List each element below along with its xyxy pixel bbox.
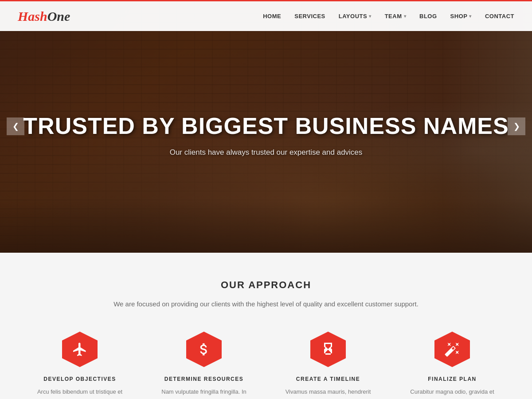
nav-team[interactable]: TEAM ▾ (385, 13, 406, 20)
money-icon (186, 332, 222, 367)
hero-content: TRUSTED BY BIGGEST BUSINESS NAMES Our cl… (0, 18, 532, 253)
determine-resources-icon-wrap (186, 332, 222, 367)
nav-shop[interactable]: SHOP ▾ (450, 13, 472, 20)
hero-subtitle: Our clients have always trusted our expe… (170, 148, 363, 157)
finalize-plan-title: FINALIZE PLAN (399, 376, 505, 382)
hourglass-icon (310, 332, 346, 367)
layouts-chevron-icon: ▾ (369, 14, 372, 19)
feature-create-timeline: CREATE A TIMELINE Vivamus massa mauris, … (266, 332, 390, 397)
determine-resources-title: DETERMINE RESOURCES (151, 376, 257, 382)
create-timeline-title: CREATE A TIMELINE (275, 376, 381, 382)
hero-section: ❮ ❯ TRUSTED BY BIGGEST BUSINESS NAMES Ou… (0, 0, 532, 253)
hero-title: TRUSTED BY BIGGEST BUSINESS NAMES (23, 113, 509, 139)
team-chevron-icon: ▾ (404, 14, 407, 19)
shop-chevron-icon: ▾ (469, 14, 472, 19)
create-timeline-icon-wrap (310, 332, 346, 367)
feature-develop-objectives: DEVELOP OBJECTIVES Arcu felis bibendum u… (18, 332, 142, 397)
develop-objectives-icon-wrap (62, 332, 98, 367)
main-nav: HOME SERVICES LAYOUTS ▾ TEAM ▾ BLOG SHOP… (263, 13, 514, 20)
approach-title: OUR APPROACH (18, 279, 514, 291)
logo-hash: Hash (18, 9, 47, 23)
approach-section: OUR APPROACH We are focused on providing… (0, 253, 532, 399)
nav-home[interactable]: HOME (263, 13, 281, 20)
develop-objectives-title: DEVELOP OBJECTIVES (27, 376, 133, 382)
nav-blog[interactable]: BLOG (419, 13, 437, 20)
nav-layouts[interactable]: LAYOUTS ▾ (339, 13, 372, 20)
features-grid: DEVELOP OBJECTIVES Arcu felis bibendum u… (18, 332, 514, 397)
approach-subtitle: We are focused on providing our clients … (111, 299, 421, 309)
plane-icon (62, 332, 98, 367)
nav-contact[interactable]: CONTACT (485, 13, 514, 20)
navbar: HashOne HOME SERVICES LAYOUTS ▾ TEAM ▾ B… (0, 0, 532, 31)
chevron-left-icon: ❮ (12, 121, 19, 131)
logo[interactable]: HashOne (18, 9, 70, 24)
finalize-plan-desc: Curabitur magna odio, gravida et (399, 387, 505, 397)
logo-one: One (47, 9, 70, 23)
carousel-next-button[interactable]: ❯ (508, 117, 525, 135)
chevron-right-icon: ❯ (513, 121, 520, 131)
nav-services[interactable]: SERVICES (294, 13, 325, 20)
feature-finalize-plan: FINALIZE PLAN Curabitur magna odio, grav… (390, 332, 514, 397)
determine-resources-desc: Nam vulputate fringilla fringilla. In (151, 387, 257, 397)
carousel-prev-button[interactable]: ❮ (7, 117, 24, 135)
feature-determine-resources: DETERMINE RESOURCES Nam vulputate fringi… (142, 332, 266, 397)
finalize-plan-icon-wrap (434, 332, 470, 367)
develop-objectives-desc: Arcu felis bibendum ut tristique et (27, 387, 133, 397)
wand-icon (434, 332, 470, 367)
create-timeline-desc: Vivamus massa mauris, hendrerit (275, 387, 381, 397)
